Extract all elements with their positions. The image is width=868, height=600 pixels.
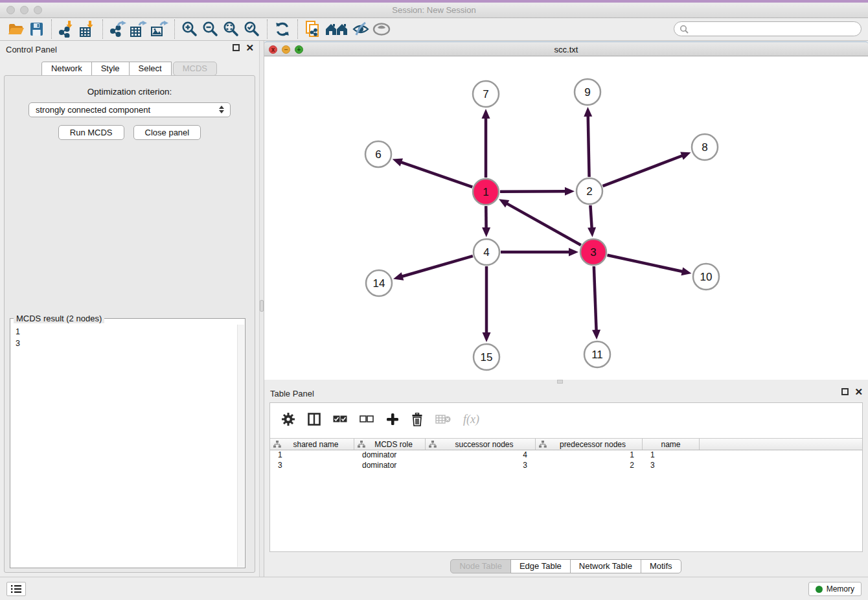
table-settings-button[interactable]: [281, 412, 295, 426]
graph-edge-2-9[interactable]: [588, 115, 589, 177]
memory-status-icon: [816, 586, 823, 593]
column-header-mcds-role[interactable]: MCDS role: [354, 439, 426, 450]
network-window: x – + scc.txt 1234678910111415: [264, 41, 868, 384]
deselect-all-button[interactable]: [360, 415, 374, 423]
column-header-successor-nodes[interactable]: successor nodes: [426, 439, 536, 450]
graph-edge-4-14[interactable]: [401, 256, 473, 277]
result-scrollbar[interactable]: [237, 325, 244, 567]
column-header-shared-name[interactable]: shared name: [270, 439, 354, 450]
cell-shared-name: 3: [270, 461, 354, 471]
mcds-result-group: MCDS result (2 nodes) 1 3: [10, 318, 246, 568]
close-panel-icon[interactable]: ✕: [246, 44, 254, 51]
graph-edge-1-6[interactable]: [400, 162, 472, 187]
tab-mcds[interactable]: MCDS: [173, 62, 217, 76]
task-history-button[interactable]: [6, 582, 26, 596]
search-input[interactable]: [674, 21, 862, 36]
cell-name: 1: [643, 450, 700, 461]
zoom-selected-button[interactable]: [242, 19, 262, 39]
select-all-button[interactable]: [333, 415, 347, 423]
tab-motifs[interactable]: Motifs: [641, 559, 681, 573]
zoom-fit-button[interactable]: [221, 19, 242, 39]
toolbar-separator: [51, 19, 52, 39]
float-panel-icon[interactable]: [233, 44, 240, 51]
column-header-name[interactable]: name: [643, 439, 700, 450]
horizontal-splitter-handle[interactable]: [557, 380, 563, 384]
memory-button[interactable]: Memory: [808, 582, 862, 596]
hide-selected-button[interactable]: [350, 19, 371, 39]
save-session-button[interactable]: [26, 19, 47, 39]
close-panel-button[interactable]: Close panel: [133, 125, 201, 140]
graph-edge-1-2[interactable]: [500, 191, 567, 192]
apply-layout-button[interactable]: [323, 19, 350, 39]
graph-node-label: 14: [373, 277, 385, 290]
graph-node-label: 1: [483, 186, 488, 198]
close-panel-icon[interactable]: ✕: [854, 388, 863, 395]
checked-boxes-icon: [333, 415, 347, 423]
status-bar: Memory: [0, 577, 868, 600]
run-mcds-button[interactable]: Run MCDS: [58, 125, 124, 140]
table-row[interactable]: 1 dominator 4 1 1: [270, 450, 862, 461]
zoom-out-icon: [202, 21, 219, 38]
export-network-button[interactable]: [108, 19, 128, 39]
mcds-result-text[interactable]: 1 3: [10, 319, 245, 353]
tab-select[interactable]: Select: [129, 62, 172, 76]
graph-edge-3-1[interactable]: [506, 203, 581, 245]
new-network-from-selection-button[interactable]: [303, 19, 323, 39]
eye-slash-icon: [352, 21, 370, 38]
column-header-predecessor-nodes[interactable]: predecessor nodes: [536, 439, 643, 450]
tab-node-table[interactable]: Node Table: [450, 559, 511, 573]
table-tabs: Node Table Edge Table Network Table Moti…: [264, 559, 868, 573]
export-image-button[interactable]: [149, 19, 170, 39]
graph-edge-3-10[interactable]: [607, 255, 683, 272]
graph-arrowhead: [483, 332, 491, 342]
delete-table-button[interactable]: [435, 414, 451, 424]
delete-column-button[interactable]: [411, 413, 423, 426]
cell-successor-nodes: 4: [426, 450, 536, 461]
graph-edge-2-3[interactable]: [590, 205, 591, 229]
tab-network-table[interactable]: Network Table: [570, 559, 641, 573]
tab-style[interactable]: Style: [91, 62, 130, 76]
graph-node-label: 9: [584, 86, 590, 98]
open-session-button[interactable]: [5, 19, 26, 39]
graph-node-label: 6: [375, 148, 381, 161]
criterion-select[interactable]: strongly connected component: [29, 102, 231, 117]
float-panel-icon[interactable]: [841, 388, 849, 395]
tab-edge-table[interactable]: Edge Table: [510, 559, 571, 573]
duplicate-network-icon: [304, 20, 321, 38]
zoom-out-button[interactable]: [200, 19, 221, 39]
control-panel-header: Control Panel ✕: [0, 41, 259, 58]
toggle-panels-button[interactable]: [308, 413, 321, 426]
network-bottom-splitter[interactable]: [264, 380, 868, 384]
export-network-icon: [109, 21, 126, 38]
zoom-selected-icon: [244, 21, 260, 38]
function-builder-button[interactable]: f(x): [463, 413, 479, 426]
add-column-button[interactable]: [386, 413, 399, 426]
plus-icon: [386, 413, 399, 426]
graph-node-label: 2: [586, 185, 592, 198]
cell-successor-nodes: 3: [426, 461, 536, 471]
export-table-button[interactable]: [128, 19, 149, 39]
network-window-titlebar: x – + scc.txt: [264, 41, 868, 56]
zoom-in-button[interactable]: [179, 19, 200, 39]
toolbar-separator: [267, 19, 268, 39]
show-all-button[interactable]: [371, 19, 392, 39]
graph-arrowhead: [588, 227, 596, 237]
panel-splitter[interactable]: [259, 41, 264, 577]
table-row[interactable]: 3 dominator 3 2 3: [270, 461, 862, 471]
cell-predecessor-nodes: 2: [536, 461, 643, 471]
import-table-button[interactable]: [77, 19, 98, 39]
splitter-handle[interactable]: [260, 300, 264, 312]
import-network-button[interactable]: [56, 19, 77, 39]
control-panel: Control Panel ✕ Network Style Select MCD…: [0, 41, 259, 577]
graph-edge-2-8[interactable]: [603, 155, 684, 186]
graph-node-label: 4: [483, 246, 489, 259]
window-titlebar: Session: New Session: [0, 3, 868, 18]
graph-arrowhead: [482, 227, 490, 237]
refresh-view-button[interactable]: [272, 19, 293, 39]
network-graph[interactable]: 1234678910111415: [264, 56, 868, 380]
houses-icon: [325, 21, 349, 37]
table-panel-header: Table Panel ✕: [264, 385, 868, 402]
tab-network[interactable]: Network: [41, 62, 92, 76]
graph-edge-3-11[interactable]: [594, 266, 597, 332]
network-canvas[interactable]: 1234678910111415: [264, 56, 868, 380]
